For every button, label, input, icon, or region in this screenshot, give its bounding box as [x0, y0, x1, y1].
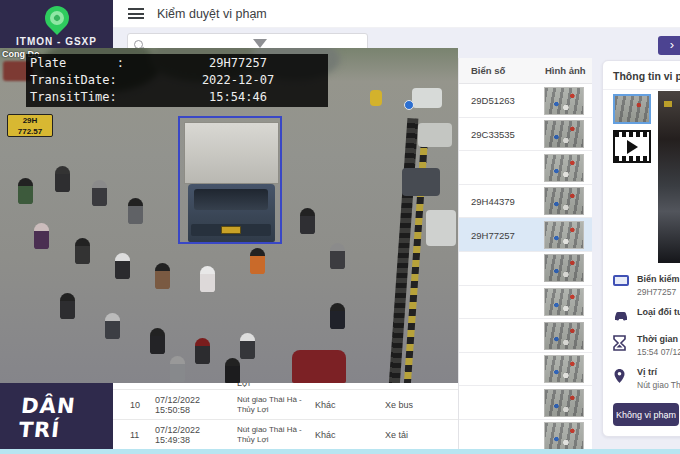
record-no: 11: [130, 420, 150, 450]
record-datetime: 07/12/2022 15:50:58: [155, 390, 237, 420]
traffic-rider: [155, 263, 170, 289]
record-location: Nút giao Thái Hà - Thủy Lợi: [237, 390, 319, 420]
violation-info-panel: Thông tin vi phạm Biển kiểm soát 29H7725…: [602, 60, 680, 437]
app-window: Kiểm duyệt vi phạm › Lợi 10 07/12/2022 1…: [0, 0, 680, 454]
column-header-plate[interactable]: Biển số: [471, 65, 505, 76]
traffic-vehicle: [426, 210, 456, 246]
traffic-thumbnail: [544, 187, 584, 215]
record-no: 10: [130, 390, 150, 420]
column-header-image[interactable]: Hình ảnh: [545, 65, 586, 76]
field-label: Loại đối tượng: [637, 307, 680, 317]
plates-table-header: Biển số Hình ảnh: [459, 58, 592, 84]
plate-number: 29D51263: [471, 95, 515, 106]
plate-row[interactable]: [459, 252, 592, 286]
traffic-vehicle: [418, 123, 452, 147]
record-vehicle: Xe bus: [385, 390, 445, 420]
field-object-type: Loại đối tượng: [613, 307, 680, 326]
car-icon: [613, 308, 629, 326]
hourglass-icon: [613, 335, 629, 355]
traffic-rider: [300, 208, 315, 234]
field-label: Biển kiểm soát: [637, 274, 680, 284]
traffic-vehicle: [412, 88, 442, 108]
traffic-rider: [200, 266, 215, 292]
traffic-rider: [18, 178, 33, 204]
plate-row[interactable]: 29D51263: [459, 84, 592, 118]
plate-number: 29H77257: [471, 229, 515, 240]
next-page-button[interactable]: ›: [658, 36, 680, 55]
app-logo[interactable]: ITMON - GSXP: [0, 4, 113, 47]
video-play-icon[interactable]: [613, 130, 651, 163]
hud-plate-row: Plate : 29H77257: [30, 55, 324, 72]
traffic-rider: [60, 293, 75, 319]
plate-row-selected[interactable]: 29H77257: [459, 218, 592, 252]
field-value: 29H77257: [637, 287, 680, 297]
road-sign: [404, 100, 414, 110]
field-value: 15:54 07/12/2022: [637, 347, 680, 357]
traffic-thumbnail: [544, 355, 584, 383]
traffic-rider: [225, 358, 240, 383]
table-row[interactable]: 11 07/12/2022 15:49:38 Nút giao Thái Hà …: [113, 419, 458, 449]
traffic-rider: [115, 253, 130, 279]
field-label: Vị trí: [637, 367, 680, 377]
field-license-plate: Biển kiểm soát 29H77257: [613, 274, 680, 297]
dantri-watermark: DÂN TRÍ: [17, 394, 115, 442]
traffic-rider: [150, 328, 165, 354]
plate-row[interactable]: [459, 319, 592, 353]
traffic-thumbnail: [544, 87, 584, 115]
hud-time-row: TransitTime: 15:54:46: [30, 89, 324, 106]
plates-table: Biển số Hình ảnh 29D51263 29C33535 29H44…: [458, 58, 592, 454]
traffic-thumbnail: [544, 288, 584, 316]
hud-date-row: TransitDate: 2022-12-07: [30, 72, 324, 89]
table-row[interactable]: 10 07/12/2022 15:50:58 Nút giao Thái Hà …: [113, 389, 458, 419]
divider: [603, 89, 680, 90]
field-location: Vị trí Nút giao Thái Hà: [613, 367, 680, 390]
record-datetime: 07/12/2022 15:49:38: [155, 420, 237, 450]
plate-row[interactable]: 29C33535: [459, 118, 592, 152]
traffic-rider: [128, 198, 143, 224]
brand-name: ITMON - GSXP: [0, 36, 113, 47]
plate-row[interactable]: [459, 353, 592, 387]
traffic-vehicle: [292, 350, 346, 383]
plate-row[interactable]: [459, 151, 592, 185]
location-pin-icon: [613, 368, 629, 388]
traffic-thumbnail: [544, 422, 584, 450]
vehicle-evidence-image[interactable]: [658, 91, 680, 263]
traffic-rider: [92, 180, 107, 206]
camera-hud: Plate : 29H77257 TransitDate: 2022-12-07…: [26, 54, 328, 107]
traffic-thumbnail: [544, 154, 584, 182]
field-value: Nút giao Thái Hà: [637, 380, 680, 390]
traffic-thumbnail: [544, 389, 584, 417]
traffic-rider: [105, 313, 120, 339]
location-pin-logo-icon: [40, 1, 74, 35]
traffic-rider: [170, 356, 185, 382]
traffic-rider: [75, 238, 90, 264]
traffic-thumbnail: [544, 254, 584, 282]
no-violation-button[interactable]: Không vi phạm: [613, 403, 679, 426]
traffic-rider: [250, 248, 265, 274]
record-location: Nút giao Thái Hà - Thủy Lợi: [237, 420, 319, 450]
traffic-vehicle: [370, 90, 382, 106]
record-type: Khác: [315, 390, 355, 420]
plate-row[interactable]: [459, 386, 592, 420]
traffic-rider: [330, 243, 345, 269]
license-plate-icon: [613, 275, 629, 286]
traffic-rider: [240, 333, 255, 359]
traffic-thumbnail: [544, 120, 584, 148]
detection-bounding-box: [178, 116, 282, 244]
camera-frame[interactable]: Cong Do Plate : 29H77257 TransitDate: 20…: [0, 48, 458, 383]
plate-row[interactable]: 29H44379: [459, 185, 592, 219]
field-start-time: Thời gian bắt đầu 15:54 07/12/2022: [613, 334, 680, 357]
record-vehicle: Xe tải: [385, 420, 445, 450]
panel-title: Thông tin vi phạm: [613, 70, 680, 82]
field-label: Thời gian bắt đầu: [637, 334, 680, 344]
plate-number: 29H44379: [471, 196, 515, 207]
plate-row[interactable]: [459, 286, 592, 320]
plate-number: 29C33535: [471, 128, 515, 139]
traffic-vehicle: [402, 168, 440, 196]
selected-frame-thumbnail[interactable]: [613, 94, 651, 124]
chevron-right-icon: ›: [670, 38, 674, 51]
record-type: Khác: [315, 420, 355, 450]
traffic-rider: [34, 223, 49, 249]
plate-crop-image: 29H 772.57: [7, 114, 53, 137]
watermark-border: [0, 449, 680, 454]
